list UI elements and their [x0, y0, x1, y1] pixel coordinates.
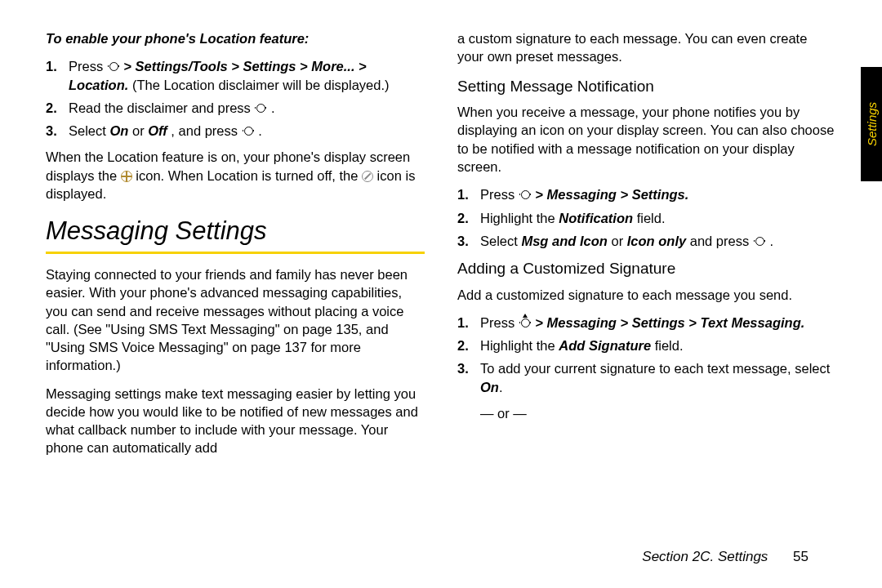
- notification-steps: 1. Press > Messaging > Settings. 2. High…: [457, 185, 836, 250]
- notification-heading: Setting Message Notification: [457, 76, 836, 97]
- list-item: 2. Highlight the Notification field.: [480, 209, 836, 227]
- ok-press-icon: [753, 236, 766, 247]
- page-footer: Section 2C. Settings 55: [642, 549, 808, 565]
- messaging-intro-continued: a custom signature to each message. You …: [457, 29, 836, 66]
- list-item: 2. Read the disclaimer and press .: [69, 99, 425, 117]
- list-item: 1. Press > Settings/Tools > Settings > M…: [69, 57, 425, 94]
- ok-press-icon: [519, 318, 532, 329]
- ok-press-icon: [242, 126, 255, 137]
- messaging-intro-2: Messaging settings make text messaging e…: [46, 385, 425, 457]
- signature-heading: Adding a Customized Signature: [457, 258, 836, 279]
- location-on-icon: [121, 171, 132, 182]
- location-off-icon: [362, 171, 373, 182]
- footer-page-number: 55: [793, 549, 808, 564]
- ok-press-icon: [519, 189, 532, 201]
- list-item: 3. Select Msg and Icon or Icon only and …: [480, 232, 836, 250]
- ok-press-icon: [254, 103, 267, 114]
- location-icon-paragraph: When the Location feature is on, your ph…: [46, 148, 425, 203]
- location-steps: 1. Press > Settings/Tools > Settings > M…: [46, 57, 425, 140]
- notification-paragraph: When you receive a message, your phone n…: [457, 103, 836, 176]
- list-item: 3. To add your current signature to each…: [480, 359, 836, 396]
- list-item: 1. Press > Messaging > Settings.: [480, 185, 836, 203]
- list-item: 1. Press > Messaging > Settings > Text M…: [480, 314, 836, 332]
- messaging-intro-1: Staying connected to your friends and fa…: [46, 265, 425, 375]
- messaging-settings-heading: Messaging Settings: [46, 214, 425, 248]
- ok-press-icon: [107, 61, 120, 73]
- content-columns: To enable your phone's Location feature:…: [46, 29, 836, 526]
- signature-steps: 1. Press > Messaging > Settings > Text M…: [457, 314, 836, 396]
- manual-page: Settings To enable your phone's Location…: [0, 0, 882, 588]
- signature-paragraph: Add a customized signature to each messa…: [457, 286, 836, 304]
- list-item: 3. Select On or Off , and press .: [69, 122, 425, 140]
- heading-rule: [46, 252, 425, 254]
- enable-location-heading: To enable your phone's Location feature:: [46, 29, 425, 47]
- right-column: a custom signature to each message. You …: [457, 29, 836, 526]
- left-column: To enable your phone's Location feature:…: [46, 29, 425, 526]
- list-item: 2. Highlight the Add Signature field.: [480, 336, 836, 354]
- or-separator: — or —: [457, 404, 836, 422]
- footer-section-label: Section 2C. Settings: [642, 549, 768, 564]
- side-tab: Settings: [861, 67, 882, 181]
- side-tab-label: Settings: [865, 102, 879, 146]
